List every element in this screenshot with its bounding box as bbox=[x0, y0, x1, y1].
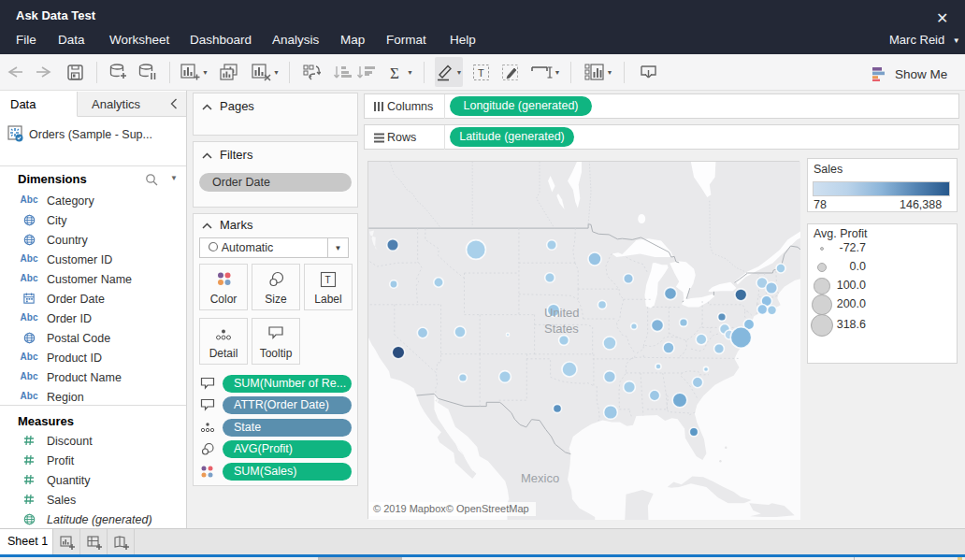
svg-text:States: States bbox=[544, 322, 579, 336]
svg-text:T: T bbox=[325, 275, 331, 285]
svg-text:T: T bbox=[478, 67, 484, 79]
svg-text:Mexico: Mexico bbox=[521, 471, 559, 485]
svg-text:United: United bbox=[544, 306, 580, 320]
svg-text:© 2019 Mapbox© OpenStreetMap: © 2019 Mapbox© OpenStreetMap bbox=[373, 503, 529, 514]
svg-text:Σ: Σ bbox=[390, 65, 399, 80]
